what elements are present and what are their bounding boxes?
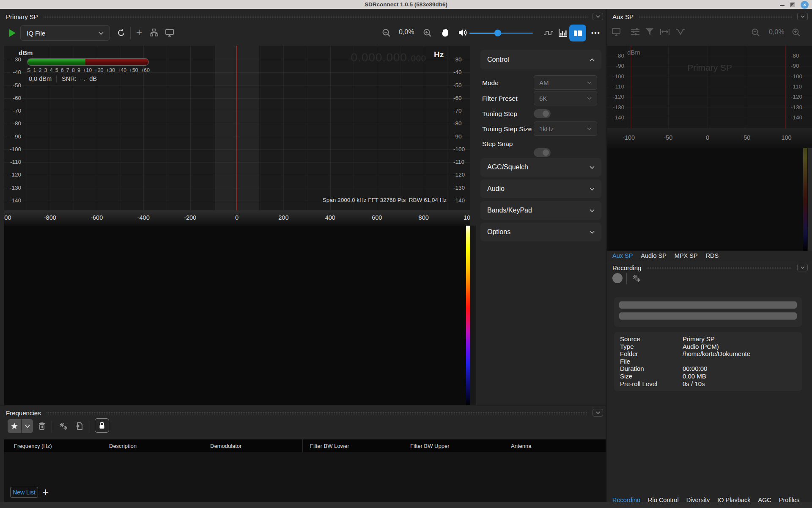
toggle-knob: [543, 149, 549, 156]
play-icon[interactable]: [9, 29, 16, 37]
column-header[interactable]: Antenna: [511, 443, 531, 449]
maximize-icon[interactable]: [790, 3, 795, 7]
db-tick-label: -100: [791, 73, 805, 80]
grid-line: [330, 46, 331, 210]
window-titlebar[interactable]: SDRconnect 1.0.5 (583e89db6) ×: [0, 0, 812, 9]
primary-waterfall[interactable]: [4, 226, 470, 405]
column-divider[interactable]: [302, 439, 303, 452]
network-icon[interactable]: [150, 28, 158, 37]
more-icon[interactable]: •••: [591, 29, 601, 36]
filter-funnel-icon[interactable]: [645, 28, 654, 36]
record-button[interactable]: [612, 273, 623, 283]
close-button[interactable]: ×: [801, 1, 809, 9]
s-meter-tick-label: +20: [94, 67, 103, 73]
frequencies-collapse-button[interactable]: [593, 409, 603, 417]
span-width-icon[interactable]: [660, 28, 670, 35]
db-tick-label: -70: [7, 108, 21, 114]
sliders-icon[interactable]: [630, 28, 640, 36]
favorite-dropdown-button[interactable]: [22, 419, 33, 433]
frequencies-toolbar: [4, 418, 606, 435]
aux-sp-collapse-button[interactable]: [797, 13, 808, 20]
tab[interactable]: Audio SP: [641, 252, 666, 259]
record-settings-gears-icon[interactable]: [631, 274, 642, 283]
column-header[interactable]: Description: [109, 443, 137, 449]
grid-line: [167, 46, 167, 210]
pan-hand-icon[interactable]: [441, 28, 450, 37]
source-select[interactable]: IQ File: [20, 25, 110, 41]
tab[interactable]: MPX SP: [675, 252, 698, 259]
volume-icon[interactable]: [458, 28, 467, 37]
aux-sp-header: Aux SP: [612, 12, 808, 21]
chevron-down-icon: [25, 425, 30, 428]
freq-tick-label: -800: [37, 214, 63, 221]
signal-step-icon[interactable]: [543, 29, 554, 37]
info-row: Source Primary SP: [620, 335, 798, 343]
aux-zoom-level-readout: 0,0%: [769, 28, 784, 36]
spectrum-chart-icon[interactable]: [558, 29, 568, 37]
recording-collapse-button[interactable]: [797, 264, 808, 271]
section-title: AGC/Squelch: [487, 163, 528, 171]
info-value: Audio (PCM): [683, 343, 798, 351]
volume-slider[interactable]: [469, 33, 533, 34]
zoom-in-icon[interactable]: [792, 28, 801, 37]
column-header[interactable]: Frequency (Hz): [14, 443, 52, 449]
tuning-step-label: Tuning Step: [482, 110, 517, 118]
frequency-axis[interactable]: -1000-800-600-400-20002004006008001000: [4, 210, 470, 226]
section-header[interactable]: Audio: [480, 179, 601, 198]
filter-preset-select[interactable]: 6K: [534, 91, 597, 105]
section-header[interactable]: Options: [480, 223, 601, 241]
minimize-button[interactable]: [780, 2, 785, 7]
new-list-button[interactable]: New List: [10, 487, 38, 498]
s-meter-tick-label: 2: [39, 67, 42, 73]
control-section-header[interactable]: Control: [480, 50, 601, 69]
favorite-star-button[interactable]: [8, 419, 21, 433]
zoom-out-icon[interactable]: [382, 28, 391, 37]
column-header[interactable]: Demodulator: [210, 443, 241, 449]
waterfall-scrollbar[interactable]: [470, 226, 476, 405]
freq-tick-label: 0: [224, 214, 250, 221]
tuning-line[interactable]: [236, 46, 237, 210]
peaks-icon[interactable]: [676, 28, 685, 36]
section-header[interactable]: Bands/KeyPad: [480, 201, 601, 220]
add-list-icon[interactable]: +: [42, 488, 49, 496]
aux-watermark: Primary SP: [607, 63, 812, 73]
volume-slider-knob[interactable]: [494, 30, 501, 36]
monitor-icon[interactable]: [165, 28, 174, 37]
frequencies-table-body[interactable]: New List +: [4, 452, 606, 502]
add-icon[interactable]: +: [136, 28, 142, 37]
tuning-step-size-label: Tuning Step Size: [482, 125, 532, 133]
split-layout-button[interactable]: [569, 25, 586, 41]
column-header[interactable]: Filter BW Upper: [410, 443, 449, 449]
step-snap-toggle[interactable]: [534, 148, 551, 157]
chevron-down-icon: [590, 231, 595, 234]
chevron-down-icon: [590, 209, 595, 212]
primary-spectrum-display[interactable]: -30-40-50-60-70-80-90-100-110-120-130-14…: [4, 46, 470, 210]
gears-icon[interactable]: [58, 422, 69, 431]
tuning-step-size-select[interactable]: 1kHz: [534, 121, 597, 136]
db-scale-right: -30-40-50-60-70-80-90-100-110-120-130-14…: [453, 46, 470, 210]
frequency-display-main: 0.000.000.: [351, 51, 411, 64]
section-header[interactable]: AGC/Squelch: [480, 158, 601, 177]
import-file-icon[interactable]: [75, 422, 83, 431]
level-meter-bar: [619, 312, 797, 320]
minimize-icon: [780, 5, 785, 6]
tab[interactable]: RDS: [706, 252, 719, 259]
aux-scrollbar[interactable]: [808, 148, 812, 251]
monitor-icon[interactable]: [612, 28, 621, 36]
aux-spectrum-display[interactable]: -80-90-100-110-120-130-140 -80-90-100-11…: [607, 46, 812, 128]
aux-frequency-axis[interactable]: -100-50050100: [607, 128, 812, 148]
aux-waterfall[interactable]: [607, 148, 812, 251]
frequency-display[interactable]: 0.000.000.000: [351, 51, 426, 64]
tuning-step-size-value: 1kHz: [539, 125, 554, 133]
refresh-icon[interactable]: [117, 28, 126, 37]
lock-button[interactable]: [95, 418, 109, 433]
trash-icon[interactable]: [38, 422, 46, 431]
primary-sp-collapse-button[interactable]: [593, 13, 603, 20]
tab[interactable]: Aux SP: [612, 252, 633, 259]
db-tick-label: -50: [7, 82, 21, 88]
tuning-step-toggle[interactable]: [534, 109, 551, 118]
mode-select[interactable]: AM: [534, 75, 597, 90]
zoom-in-icon[interactable]: [423, 28, 432, 37]
column-header[interactable]: Filter BW Lower: [310, 443, 349, 449]
zoom-out-icon[interactable]: [751, 28, 760, 37]
